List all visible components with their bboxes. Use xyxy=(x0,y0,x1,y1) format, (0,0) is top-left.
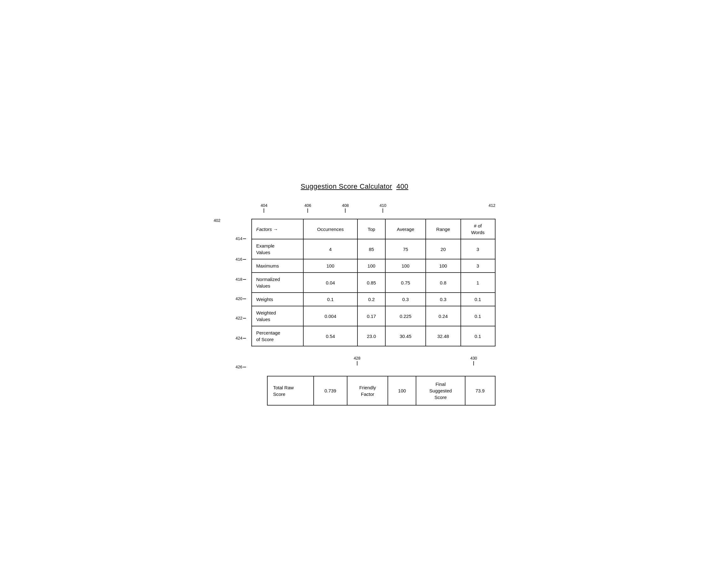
ref-402: 402 xyxy=(214,218,221,223)
row-label-weighted: WeightedValues xyxy=(252,306,303,326)
summary-table: Total RawScore 0.739 FriendlyFactor 100 … xyxy=(267,376,496,406)
cell-norm-avg: 0.75 xyxy=(385,272,426,293)
ref-404: 404 xyxy=(261,203,268,213)
summary-label-final: FinalSuggestedScore xyxy=(416,376,465,405)
summary-val-final: 73.9 xyxy=(465,376,495,405)
table-row: NormalizedValues 0.04 0.85 0.75 0.8 1 xyxy=(252,272,495,293)
row-label-maximums: Maximums xyxy=(252,259,303,272)
cell-pct-top: 23.0 xyxy=(358,326,385,346)
ref-430: 430 xyxy=(470,356,477,366)
left-row-refs: 414 416 418 420 xyxy=(236,219,252,406)
ref-416: 416 xyxy=(236,257,246,262)
title-ref: 400 xyxy=(396,182,408,190)
summary-val-raw: 0.739 xyxy=(314,376,347,405)
ref-412: 412 xyxy=(489,203,496,208)
cell-wv-words: 0.1 xyxy=(461,306,495,326)
cell-wv-occ: 0.004 xyxy=(303,306,358,326)
table-row: Weights 0.1 0.2 0.3 0.3 0.1 xyxy=(252,293,495,306)
cell-example-occ: 4 xyxy=(303,239,358,259)
cell-pct-words: 0.1 xyxy=(461,326,495,346)
ref-406: 406 xyxy=(305,203,312,213)
summary-section: 426 428 xyxy=(252,356,496,406)
top-ref-row: 404 406 408 410 xyxy=(236,203,496,219)
cell-example-avg: 75 xyxy=(385,239,426,259)
cell-norm-range: 0.8 xyxy=(426,272,461,293)
ref-420: 420 xyxy=(236,296,246,301)
cell-max-top: 100 xyxy=(358,259,385,272)
ref-428: 428 xyxy=(354,356,361,366)
title-text: Suggestion Score Calculator xyxy=(301,182,392,190)
cell-wv-avg: 0.225 xyxy=(385,306,426,326)
summary-label-raw: Total RawScore xyxy=(267,376,314,405)
cell-wt-occ: 0.1 xyxy=(303,293,358,306)
ref-426-col: 426 xyxy=(252,356,267,406)
row-label-percentage: Percentageof Score xyxy=(252,326,303,346)
header-top: Top xyxy=(358,219,385,239)
ref-426: 426 xyxy=(236,365,246,369)
cell-wt-avg: 0.3 xyxy=(385,293,426,306)
row-label-weights: Weights xyxy=(252,293,303,306)
table-row: ExampleValues 4 85 75 20 3 xyxy=(252,239,495,259)
page-title: Suggestion Score Calculator 400 xyxy=(214,182,496,191)
header-words: # ofWords xyxy=(461,219,495,239)
cell-example-range: 20 xyxy=(426,239,461,259)
cell-norm-occ: 0.04 xyxy=(303,272,358,293)
summary-label-friendly: FriendlyFactor xyxy=(347,376,388,405)
ref-414: 414 xyxy=(236,236,246,241)
header-average: Average xyxy=(385,219,426,239)
ref-410: 410 xyxy=(380,203,387,213)
cell-wt-top: 0.2 xyxy=(358,293,385,306)
cell-wt-range: 0.3 xyxy=(426,293,461,306)
cell-example-words: 3 xyxy=(461,239,495,259)
ref-418: 418 xyxy=(236,277,246,282)
row-label-example: ExampleValues xyxy=(252,239,303,259)
summary-row: Total RawScore 0.739 FriendlyFactor 100 … xyxy=(267,376,495,405)
cell-norm-words: 1 xyxy=(461,272,495,293)
cell-norm-top: 0.85 xyxy=(358,272,385,293)
cell-wt-words: 0.1 xyxy=(461,293,495,306)
ref-422: 422 xyxy=(236,316,246,320)
cell-wv-top: 0.17 xyxy=(358,306,385,326)
summary-val-friendly: 100 xyxy=(388,376,416,405)
summary-top-refs: 428 430 xyxy=(267,356,496,367)
cell-max-avg: 100 xyxy=(385,259,426,272)
cell-pct-range: 32.48 xyxy=(426,326,461,346)
main-table: Factors → Occurrences Top Average xyxy=(252,219,496,346)
page-container: Suggestion Score Calculator 400 402 404 xyxy=(214,182,496,406)
cell-pct-occ: 0.54 xyxy=(303,326,358,346)
table-row: WeightedValues 0.004 0.17 0.225 0.24 0.1 xyxy=(252,306,495,326)
main-table-wrapper: Factors → Occurrences Top Average xyxy=(252,219,496,406)
header-range: Range xyxy=(426,219,461,239)
ref-408: 408 xyxy=(342,203,349,213)
table-row: Percentageof Score 0.54 23.0 30.45 32.48… xyxy=(252,326,495,346)
cell-max-words: 3 xyxy=(461,259,495,272)
header-row: Factors → Occurrences Top Average xyxy=(252,219,495,239)
table-row: Maximums 100 100 100 100 3 xyxy=(252,259,495,272)
cell-pct-avg: 30.45 xyxy=(385,326,426,346)
cell-example-top: 85 xyxy=(358,239,385,259)
header-occurrences: Occurrences xyxy=(303,219,358,239)
row-label-normalized: NormalizedValues xyxy=(252,272,303,293)
ref-424: 424 xyxy=(236,336,246,341)
cell-max-occ: 100 xyxy=(303,259,358,272)
cell-wv-range: 0.24 xyxy=(426,306,461,326)
header-factors: Factors → xyxy=(252,219,303,239)
cell-max-range: 100 xyxy=(426,259,461,272)
